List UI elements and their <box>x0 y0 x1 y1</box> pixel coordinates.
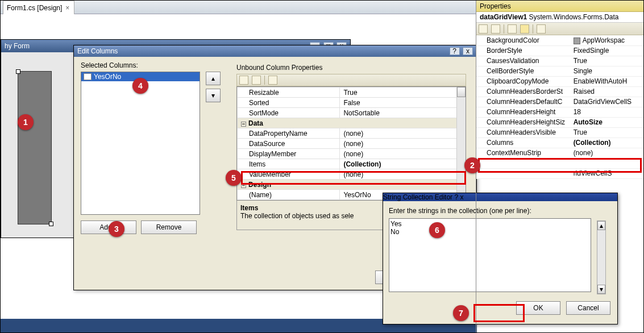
property-value[interactable]: Raised <box>570 86 643 97</box>
property-value[interactable]: EnableWithAutoH <box>570 76 643 86</box>
property-name[interactable]: DataSource <box>238 139 340 149</box>
property-name[interactable]: Sorted <box>238 98 340 108</box>
property-value[interactable]: True <box>570 56 643 66</box>
tab-label: Form1.cs [Design] <box>7 4 62 12</box>
property-value[interactable]: (none) <box>340 149 466 159</box>
propgrid-toolbar <box>236 74 466 86</box>
property-name[interactable]: BorderStyle <box>476 45 570 56</box>
category-row[interactable]: −Design <box>238 180 466 190</box>
property-value[interactable]: True <box>340 88 466 98</box>
property-value[interactable]: DataGridViewCellS <box>570 97 643 107</box>
property-name[interactable]: ValueMember <box>238 169 340 180</box>
column-icon <box>84 73 92 80</box>
category-row[interactable]: −Data <box>238 118 466 128</box>
properties-grid[interactable]: BackgroundColorAppWorkspacBorderStyleFix… <box>476 35 643 179</box>
properties-toolbar <box>476 23 643 35</box>
help-icon[interactable]: ? <box>450 47 460 55</box>
selected-columns-label: Selected Columns: <box>81 61 200 69</box>
property-name[interactable]: DisplayMember <box>238 149 340 159</box>
object-name: dataGridView1 <box>480 13 527 21</box>
property-name[interactable]: ContextMenuStrip <box>476 148 570 158</box>
categorized-icon[interactable] <box>479 24 488 34</box>
close-icon[interactable]: x <box>460 193 463 201</box>
property-name[interactable] <box>476 168 570 178</box>
property-name[interactable]: ColumnHeadersVisible <box>476 127 570 138</box>
property-value[interactable]: (Collection) <box>570 138 643 148</box>
property-value[interactable]: (none) <box>340 128 466 139</box>
add-button[interactable]: Add... <box>81 220 136 234</box>
property-value[interactable]: (none) <box>570 148 643 158</box>
property-value[interactable]: NotSortable <box>340 108 466 118</box>
property-name[interactable]: DataPropertyName <box>238 128 340 139</box>
form-title: hy Form <box>5 40 30 52</box>
move-down-button[interactable]: ▾ <box>206 89 221 102</box>
property-value[interactable]: ridViewCellS <box>570 168 643 178</box>
property-value[interactable]: Single <box>570 66 643 76</box>
unbound-properties-label: Unbound Column Properties <box>236 64 466 72</box>
property-pages-icon[interactable] <box>268 76 277 85</box>
property-name[interactable]: Columns <box>476 138 570 148</box>
properties-header: Properties <box>476 1 643 12</box>
property-name[interactable]: ColumnHeadersBorderSt <box>476 86 570 97</box>
property-name[interactable]: CellBorderStyle <box>476 66 570 76</box>
dialog-title: String Collection Editor <box>383 193 452 201</box>
property-name[interactable]: ColumnHeadersHeightSiz <box>476 117 570 127</box>
categorized-icon[interactable] <box>239 76 248 85</box>
property-value[interactable]: 18 <box>570 107 643 117</box>
property-name[interactable]: ColumnHeadersDefaultC <box>476 97 570 107</box>
properties-icon[interactable] <box>508 24 517 34</box>
property-name[interactable]: ColumnHeadersHeight <box>476 107 570 117</box>
datagridview-control[interactable] <box>18 71 52 224</box>
help-icon[interactable]: ? <box>454 193 458 201</box>
list-item-label: YesOrNo <box>94 73 121 81</box>
events-icon[interactable] <box>520 24 529 34</box>
property-value[interactable]: (none) <box>340 139 466 149</box>
property-name[interactable]: BackgroundColor <box>476 35 570 45</box>
property-pages-icon[interactable] <box>537 24 546 34</box>
close-icon[interactable]: x <box>463 47 473 55</box>
tab-form1-design[interactable]: Form1.cs [Design] × <box>3 1 74 14</box>
properties-panel: Properties dataGridView1 System.Windows.… <box>476 1 643 332</box>
dialog-title: Edit Columns <box>77 45 118 57</box>
alphabetical-icon[interactable] <box>491 24 500 34</box>
property-value[interactable]: AutoSize <box>570 117 643 127</box>
move-up-button[interactable]: ▴ <box>206 72 221 85</box>
object-type: System.Windows.Forms.Data <box>529 13 619 21</box>
property-value[interactable]: FixedSingle <box>570 45 643 56</box>
property-value[interactable]: True <box>570 127 643 138</box>
close-tab-icon[interactable]: × <box>64 4 70 12</box>
property-name[interactable] <box>476 158 570 168</box>
property-name[interactable]: SortMode <box>238 108 340 118</box>
property-name[interactable]: (Name) <box>238 190 340 200</box>
property-value[interactable]: (Collection) <box>340 159 466 169</box>
remove-button[interactable]: Remove <box>141 220 197 234</box>
dialog-titlebar: Edit Columns ? x <box>74 45 476 57</box>
property-value[interactable] <box>570 158 643 168</box>
property-value[interactable]: AppWorkspac <box>570 35 643 45</box>
scrollbar[interactable] <box>456 87 466 200</box>
property-grid[interactable]: ResizableTrueSortedFalseSortModeNotSorta… <box>236 86 466 201</box>
property-name[interactable]: Resizable <box>238 88 340 98</box>
list-item[interactable]: YesOrNo <box>81 72 200 81</box>
color-swatch-icon <box>574 38 580 44</box>
selected-object[interactable]: dataGridView1 System.Windows.Forms.Data <box>476 12 643 23</box>
property-name[interactable]: ClipboardCopyMode <box>476 76 570 86</box>
alphabetical-icon[interactable] <box>252 76 261 85</box>
property-name[interactable]: Items <box>238 159 340 169</box>
selected-columns-list[interactable]: YesOrNo <box>81 72 200 215</box>
property-value[interactable]: False <box>340 98 466 108</box>
property-name[interactable]: CausesValidation <box>476 56 570 66</box>
property-value[interactable]: (none) <box>340 169 466 180</box>
